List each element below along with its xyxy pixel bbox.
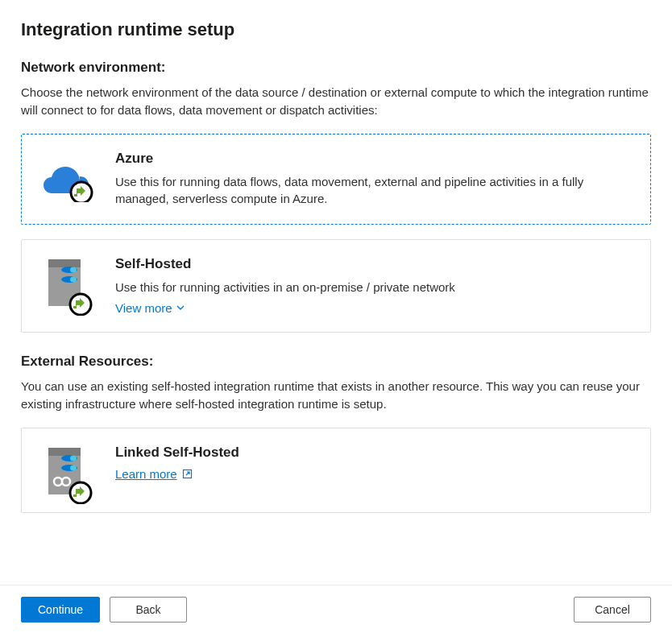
cancel-button[interactable]: Cancel [574, 597, 651, 623]
svg-point-6 [70, 277, 77, 283]
external-desc: You can use an existing self-hosted inte… [21, 378, 651, 413]
card-azure[interactable]: Azure Use this for running data flows, d… [21, 134, 651, 225]
chevron-down-icon [176, 303, 185, 312]
network-label: Network environment: [21, 60, 651, 76]
svg-rect-9 [48, 448, 81, 456]
card-self-hosted[interactable]: Self-Hosted Use this for running activit… [21, 239, 651, 333]
continue-button[interactable]: Continue [21, 597, 100, 623]
learn-more-link[interactable]: Learn more [115, 467, 193, 481]
footer: Continue Back Cancel [0, 585, 672, 637]
back-button[interactable]: Back [110, 597, 187, 623]
server-icon [39, 256, 96, 316]
linked-server-icon [39, 445, 96, 504]
svg-rect-2 [48, 259, 81, 267]
linked-title: Linked Self-Hosted [115, 445, 633, 461]
svg-point-11 [70, 455, 77, 461]
view-more-link[interactable]: View more [115, 301, 185, 315]
azure-desc: Use this for running data flows, data mo… [115, 173, 633, 209]
svg-point-13 [70, 465, 77, 470]
page-title: Integration runtime setup [21, 19, 651, 40]
self-hosted-desc: Use this for running activities in an on… [115, 279, 633, 296]
external-label: External Resources: [21, 354, 651, 370]
external-link-icon [182, 469, 193, 479]
learn-more-label: Learn more [115, 467, 177, 481]
card-linked-self-hosted[interactable]: Linked Self-Hosted Learn more [21, 428, 651, 513]
azure-cloud-icon [39, 151, 96, 209]
azure-title: Azure [115, 151, 633, 167]
self-hosted-title: Self-Hosted [115, 256, 633, 272]
view-more-label: View more [115, 301, 172, 315]
network-desc: Choose the network environment of the da… [21, 84, 651, 119]
svg-point-4 [70, 267, 77, 273]
